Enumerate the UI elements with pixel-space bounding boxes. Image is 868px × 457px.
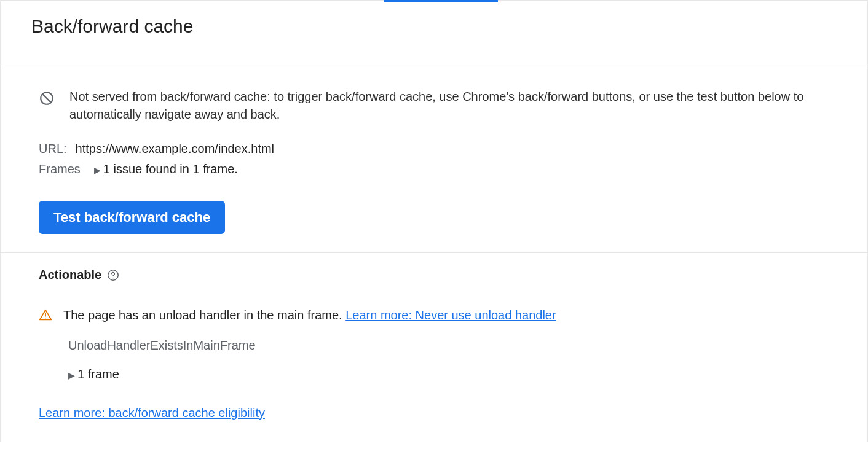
actionable-heading: Actionable (39, 268, 829, 282)
status-section: Not served from back/forward cache: to t… (1, 64, 867, 253)
chevron-right-icon: ▶ (68, 370, 75, 380)
svg-point-3 (112, 277, 114, 278)
status-message: Not served from back/forward cache: to t… (69, 88, 829, 123)
issue-description: The page has an unload handler in the ma… (63, 308, 345, 322)
frames-summary: 1 issue found in 1 frame. (103, 162, 238, 176)
learn-more-unload-link[interactable]: Learn more: Never use unload handler (345, 308, 556, 322)
actionable-heading-text: Actionable (39, 268, 101, 282)
frames-label: Frames (39, 162, 81, 176)
prohibit-icon (39, 90, 55, 106)
frame-count-label: 1 frame (77, 367, 119, 381)
test-bfcache-button[interactable]: Test back/forward cache (39, 201, 225, 234)
frames-row[interactable]: Frames ▶ 1 issue found in 1 frame. (39, 162, 829, 176)
svg-line-1 (43, 95, 51, 103)
bfcache-eligibility-link-row: Learn more: back/forward cache eligibili… (39, 406, 829, 420)
warning-icon (39, 308, 52, 322)
learn-more-bfcache-link[interactable]: Learn more: back/forward cache eligibili… (39, 406, 265, 420)
issue-row: The page has an unload handler in the ma… (39, 307, 829, 324)
issue-code: UnloadHandlerExistsInMainFrame (68, 338, 837, 353)
help-icon[interactable] (106, 268, 120, 282)
bfcache-panel: Back/forward cache Not served from back/… (0, 1, 868, 442)
chevron-right-icon: ▶ (94, 165, 101, 175)
header-section: Back/forward cache (1, 1, 867, 64)
tab-indicator (0, 0, 868, 1)
page-title: Back/forward cache (31, 16, 837, 37)
svg-point-5 (45, 318, 46, 319)
url-row: URL: https://www.example.com/index.html (39, 142, 829, 156)
url-label: URL: (39, 142, 67, 156)
status-info: Not served from back/forward cache: to t… (39, 88, 829, 123)
frame-expand[interactable]: ▶ 1 frame (68, 367, 837, 381)
issue-text: The page has an unload handler in the ma… (63, 307, 556, 324)
actionable-section: Actionable The page has an unload handle… (1, 253, 867, 442)
url-value: https://www.example.com/index.html (76, 142, 274, 156)
